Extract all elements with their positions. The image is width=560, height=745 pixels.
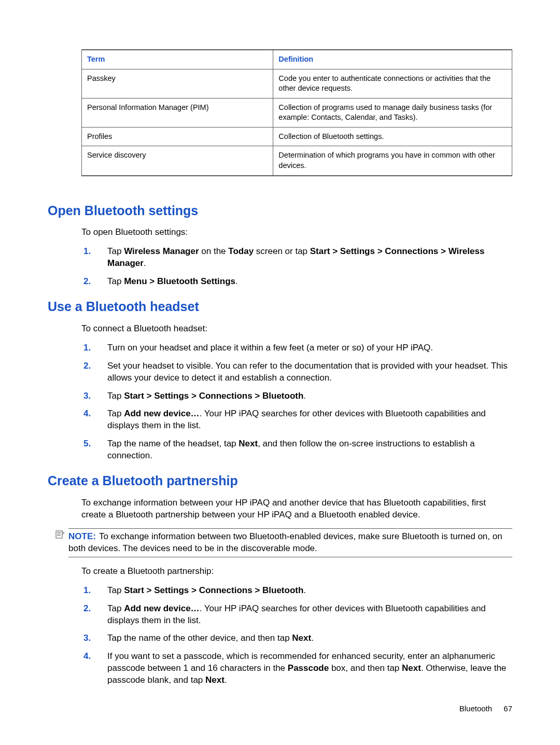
step-number: 1. (83, 246, 91, 258)
note-icon (55, 530, 65, 541)
step-text: Tap the name of the headset, tap Next, a… (107, 439, 475, 460)
terms-table: Term Definition Passkey Code you enter t… (81, 49, 512, 176)
step-text: Tap Add new device…. Your HP iPAQ search… (107, 409, 486, 430)
svg-rect-0 (56, 531, 62, 538)
table-row: Passkey Code you enter to authenticate c… (82, 69, 512, 98)
intro-text: To open Bluetooth settings: (81, 227, 512, 238)
footer-section: Bluetooth (459, 704, 492, 713)
step-text: Tap Start > Settings > Connections > Blu… (107, 585, 306, 595)
step-text: Tap Start > Settings > Connections > Blu… (107, 391, 306, 401)
steps-open-bluetooth: 1. Tap Wireless Manager on the Today scr… (81, 246, 512, 288)
step-number: 5. (83, 438, 91, 450)
step-number: 1. (83, 342, 91, 354)
list-item: 3. Tap the name of the other device, and… (102, 632, 512, 644)
heading-open-bluetooth: Open Bluetooth settings (48, 202, 512, 220)
note-content: NOTE:To exchange information between two… (68, 531, 502, 553)
list-item: 4. If you want to set a passcode, which … (102, 651, 512, 686)
term-cell: Profiles (82, 127, 273, 146)
heading-use-headset: Use a Bluetooth headset (48, 298, 512, 316)
steps-use-headset: 1. Turn on your headset and place it wit… (81, 342, 512, 462)
term-cell: Passkey (82, 69, 273, 98)
step-text: Set your headset to visible. You can ref… (107, 361, 508, 383)
step-number: 2. (83, 276, 91, 288)
intro-text: To exchange information between your HP … (81, 497, 512, 521)
list-item: 5. Tap the name of the headset, tap Next… (102, 438, 512, 462)
intro-text: To connect a Bluetooth headset: (81, 323, 512, 335)
step-text: Tap Menu > Bluetooth Settings. (107, 276, 238, 286)
list-item: 2. Tap Add new device…. Your HP iPAQ sea… (102, 603, 512, 627)
def-cell: Collection of Bluetooth settings. (273, 127, 512, 146)
heading-create-partnership: Create a Bluetooth partnership (48, 472, 512, 490)
step-number: 4. (83, 408, 91, 420)
def-cell: Collection of programs used to manage da… (273, 98, 512, 127)
step-number: 1. (83, 585, 91, 597)
note-block: NOTE:To exchange information between two… (68, 528, 512, 557)
term-cell: Personal Information Manager (PIM) (82, 98, 273, 127)
def-cell: Code you enter to authenticate connectio… (273, 69, 512, 98)
table-row: Profiles Collection of Bluetooth setting… (82, 127, 512, 146)
step-number: 3. (83, 632, 91, 644)
note-label: NOTE: (68, 531, 96, 541)
intro-text: To create a Bluetooth partnership: (81, 566, 512, 578)
list-item: 2. Set your headset to visible. You can … (102, 360, 512, 384)
steps-partnership: 1. Tap Start > Settings > Connections > … (81, 585, 512, 687)
list-item: 4. Tap Add new device…. Your HP iPAQ sea… (102, 408, 512, 432)
step-number: 2. (83, 603, 91, 615)
step-text: Turn on your headset and place it within… (107, 343, 433, 353)
list-item: 2. Tap Menu > Bluetooth Settings. (102, 276, 512, 288)
note-body: To exchange information between two Blue… (68, 531, 502, 553)
step-text: Tap the name of the other device, and th… (107, 633, 314, 643)
list-item: 1. Tap Wireless Manager on the Today scr… (102, 246, 512, 270)
step-text: Tap Wireless Manager on the Today screen… (107, 246, 484, 268)
page-footer: Bluetooth 67 (459, 704, 512, 714)
term-cell: Service discovery (82, 146, 273, 176)
list-item: 1. Turn on your headset and place it wit… (102, 342, 512, 354)
def-cell: Determination of which programs you have… (273, 146, 512, 176)
footer-page-number: 67 (503, 704, 512, 713)
th-definition: Definition (273, 50, 512, 69)
table-row: Service discovery Determination of which… (82, 146, 512, 176)
step-number: 4. (83, 651, 91, 663)
th-term: Term (82, 50, 273, 69)
step-text: Tap Add new device…. Your HP iPAQ search… (107, 603, 486, 625)
step-number: 3. (83, 390, 91, 402)
step-number: 2. (83, 360, 91, 372)
step-text: If you want to set a passcode, which is … (107, 651, 506, 685)
list-item: 3. Tap Start > Settings > Connections > … (102, 390, 512, 402)
table-row: Personal Information Manager (PIM) Colle… (82, 98, 512, 127)
list-item: 1. Tap Start > Settings > Connections > … (102, 585, 512, 597)
